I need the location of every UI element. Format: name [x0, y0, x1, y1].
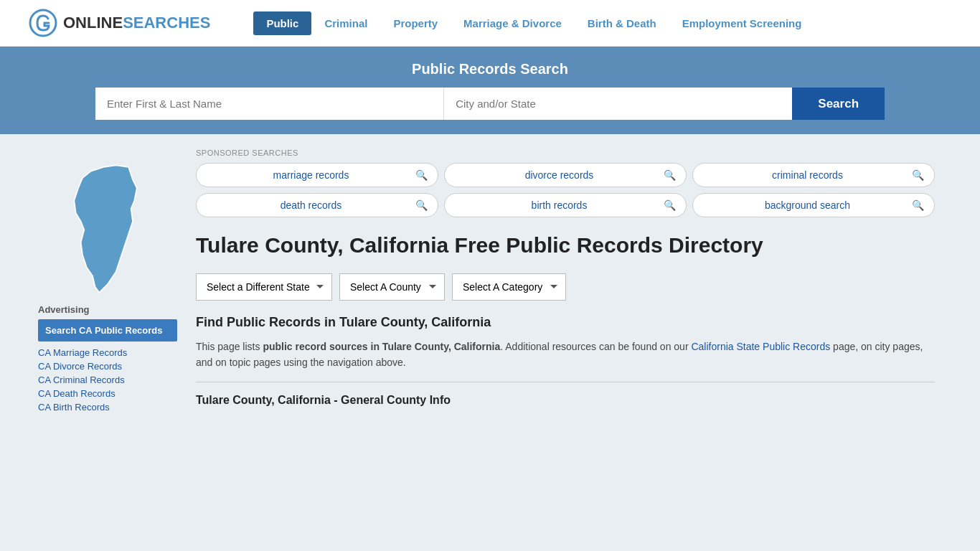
sidebar-link-divorce[interactable]: CA Divorce Records: [38, 359, 177, 373]
general-info-heading: Tulare County, California - General Coun…: [196, 390, 935, 407]
sponsored-item-marriage[interactable]: marriage records 🔍: [196, 163, 438, 187]
logo-icon: [29, 9, 57, 37]
nav-item-public[interactable]: Public: [253, 11, 311, 35]
sidebar: Advertising Search CA Public Records CA …: [38, 134, 189, 428]
sponsored-item-background[interactable]: background search 🔍: [692, 193, 935, 217]
sponsored-item-birth-text: birth records: [455, 199, 664, 211]
find-text-bold: public record sources in Tulare County, …: [263, 341, 500, 352]
search-icon-marriage: 🔍: [415, 169, 428, 181]
name-input[interactable]: [95, 88, 444, 120]
nav-item-employment[interactable]: Employment Screening: [669, 11, 815, 35]
sponsored-item-divorce[interactable]: divorce records 🔍: [444, 163, 687, 187]
find-records-text: This page lists public record sources in…: [196, 339, 935, 371]
search-icon-birth: 🔍: [664, 199, 676, 211]
sponsored-item-divorce-text: divorce records: [455, 169, 664, 181]
nav-item-property[interactable]: Property: [380, 11, 451, 35]
sidebar-link-criminal[interactable]: CA Criminal Records: [38, 373, 177, 387]
nav-item-birth-death[interactable]: Birth & Death: [575, 11, 669, 35]
find-records-heading: Find Public Records in Tulare County, Ca…: [196, 315, 935, 330]
section-divider: [196, 382, 935, 382]
search-icon-background: 🔍: [912, 199, 924, 211]
sponsored-item-marriage-text: marriage records: [207, 169, 415, 181]
sponsored-label: SPONSORED SEARCHES: [196, 149, 935, 157]
sidebar-featured-link[interactable]: Search CA Public Records: [38, 319, 177, 342]
nav-item-marriage-divorce[interactable]: Marriage & Divorce: [451, 11, 575, 35]
sidebar-link-marriage[interactable]: CA Marriage Records: [38, 346, 177, 359]
sponsored-item-death[interactable]: death records 🔍: [196, 193, 438, 217]
main-content: Advertising Search CA Public Records CA …: [24, 134, 956, 428]
search-form: Search: [95, 88, 885, 120]
county-dropdown[interactable]: Select A County: [339, 273, 445, 301]
site-logo[interactable]: ONLINESEARCHES: [29, 9, 210, 37]
sponsored-item-criminal[interactable]: criminal records 🔍: [692, 163, 935, 187]
sidebar-links: CA Marriage Records CA Divorce Records C…: [38, 346, 177, 414]
sponsored-item-birth[interactable]: birth records 🔍: [444, 193, 687, 217]
search-banner-title: Public Records Search: [57, 61, 923, 77]
county-heading: Tulare County, California Free Public Re…: [196, 232, 935, 259]
search-icon-criminal: 🔍: [912, 169, 924, 181]
sponsored-item-death-text: death records: [207, 199, 415, 211]
svg-point-0: [30, 10, 56, 36]
find-text-part2: . Additional resources can be found on o…: [500, 341, 691, 352]
state-dropdown[interactable]: Select a Different State: [196, 273, 332, 301]
search-banner: Public Records Search Search: [0, 47, 980, 134]
content-area: SPONSORED SEARCHES marriage records 🔍 di…: [189, 134, 942, 428]
sponsored-item-criminal-text: criminal records: [703, 169, 912, 181]
logo-online: ONLINE: [63, 14, 123, 32]
sidebar-link-death[interactable]: CA Death Records: [38, 387, 177, 400]
sponsored-item-background-text: background search: [703, 199, 912, 211]
search-icon-death: 🔍: [415, 199, 428, 211]
sidebar-ad-label: Advertising: [38, 304, 177, 315]
state-map: [57, 163, 158, 297]
sidebar-link-birth[interactable]: CA Birth Records: [38, 400, 177, 414]
location-input[interactable]: [444, 88, 792, 120]
california-records-link[interactable]: California State Public Records: [691, 341, 830, 352]
search-button[interactable]: Search: [792, 88, 885, 120]
category-dropdown[interactable]: Select A Category: [452, 273, 566, 301]
dropdowns-row: Select a Different State Select A County…: [196, 273, 935, 301]
sponsored-grid: marriage records 🔍 divorce records 🔍 cri…: [196, 163, 935, 217]
find-text-part1: This page lists: [196, 341, 263, 352]
search-icon-divorce: 🔍: [664, 169, 676, 181]
main-nav: Public Criminal Property Marriage & Divo…: [253, 11, 814, 35]
logo-searches: SEARCHES: [123, 14, 210, 32]
nav-item-criminal[interactable]: Criminal: [311, 11, 380, 35]
